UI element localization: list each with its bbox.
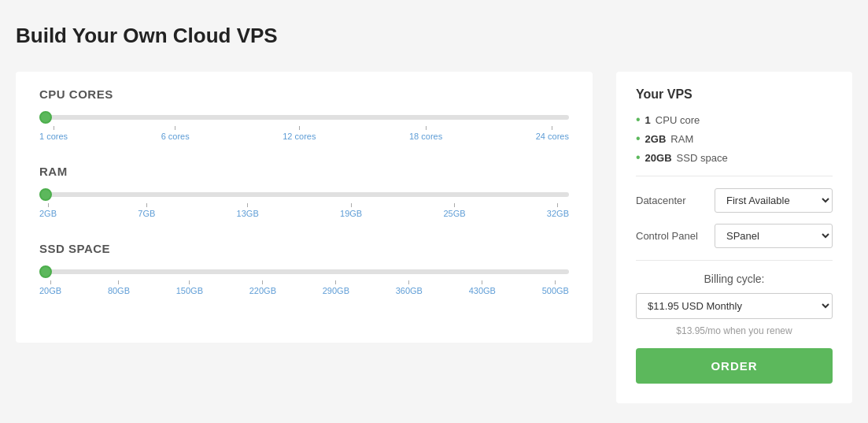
vps-cpu-text: CPU core: [656, 114, 700, 126]
ram-tick-label-5: 25GB: [443, 209, 465, 218]
ssd-tick-label-4: 220GB: [249, 286, 276, 295]
ram-tick-2: 7GB: [138, 203, 155, 218]
ram-tick-4: 19GB: [340, 203, 362, 218]
ssd-tick-1: 20GB: [39, 280, 61, 295]
ram-slider-container: [39, 186, 569, 200]
control-panel-select[interactable]: SPanel cPanel Plesk None: [715, 224, 833, 248]
cpu-tick-3: 12 cores: [283, 126, 316, 141]
tick-mark: [189, 280, 190, 284]
billing-title: Billing cycle:: [636, 273, 833, 285]
vps-ssd-text: SSD space: [677, 152, 728, 164]
cpu-tick-row: 1 cores 6 cores 12 cores 18 cores 24 cor…: [39, 126, 569, 141]
tick-mark: [118, 280, 119, 284]
left-panel: CPU CORES 1 cores 6 cores 12 cores: [16, 72, 593, 343]
tick-mark: [48, 203, 49, 207]
ram-slider[interactable]: [39, 192, 569, 197]
ram-tick-5: 25GB: [443, 203, 465, 218]
tick-mark: [247, 203, 248, 207]
tick-mark: [454, 203, 455, 207]
vps-ram-text: RAM: [670, 133, 693, 145]
ssd-tick-7: 430GB: [469, 280, 496, 295]
right-panel: Your VPS 1 CPU core 2GB RAM 20GB SSD spa…: [616, 72, 852, 403]
vps-spec-ssd: 20GB SSD space: [636, 151, 833, 164]
ram-tick-1: 2GB: [39, 203, 57, 218]
ssd-tick-label-8: 500GB: [542, 286, 569, 295]
ram-tick-row: 2GB 7GB 13GB 19GB 25GB: [39, 203, 569, 218]
ssd-tick-4: 220GB: [249, 280, 276, 295]
tick-mark: [146, 203, 147, 207]
vps-cpu-value: 1: [645, 114, 651, 126]
ram-tick-label-1: 2GB: [39, 209, 57, 218]
ssd-tick-row: 20GB 80GB 150GB 220GB 290GB: [39, 280, 569, 295]
ssd-label: SSD SPACE: [39, 242, 569, 255]
datacenter-row: Datacenter First Available US East US We…: [636, 188, 833, 213]
ram-tick-label-6: 32GB: [547, 209, 569, 218]
control-panel-row: Control Panel SPanel cPanel Plesk None: [636, 224, 833, 248]
cpu-tick-label-1: 1 cores: [39, 132, 68, 141]
ram-tick-label-3: 13GB: [237, 209, 259, 218]
cpu-tick-1: 1 cores: [39, 126, 68, 141]
your-vps-title: Your VPS: [636, 87, 833, 102]
ssd-tick-6: 360GB: [396, 280, 423, 295]
ram-tick-6: 32GB: [547, 203, 569, 218]
billing-select[interactable]: $11.95 USD Monthly $9.95 USD Annually $1…: [636, 293, 833, 319]
tick-mark: [175, 126, 175, 130]
tick-mark: [555, 280, 556, 284]
datacenter-select[interactable]: First Available US East US West Europe A…: [715, 188, 833, 213]
ssd-slider-section: SSD SPACE 20GB 80GB 150GB: [39, 242, 569, 295]
billing-section: Billing cycle: $11.95 USD Monthly $9.95 …: [636, 273, 833, 384]
divider-1: [636, 176, 833, 176]
cpu-tick-label-5: 24 cores: [536, 132, 569, 141]
tick-mark: [351, 203, 352, 207]
ram-tick-label-4: 19GB: [340, 209, 362, 218]
ssd-tick-label-2: 80GB: [108, 286, 130, 295]
cpu-tick-2: 6 cores: [161, 126, 190, 141]
cpu-tick-label-4: 18 cores: [409, 132, 442, 141]
vps-spec-ram: 2GB RAM: [636, 132, 833, 145]
cpu-tick-5: 24 cores: [536, 126, 569, 141]
tick-mark: [262, 280, 263, 284]
ssd-tick-2: 80GB: [108, 280, 130, 295]
ram-label: RAM: [39, 165, 569, 178]
tick-mark: [408, 280, 409, 284]
ram-tick-label-2: 7GB: [138, 209, 155, 218]
tick-mark: [552, 126, 552, 130]
ssd-tick-label-1: 20GB: [39, 286, 61, 295]
tick-mark: [335, 280, 336, 284]
tick-mark: [426, 126, 427, 130]
vps-spec-cpu: 1 CPU core: [636, 113, 833, 126]
control-panel-label: Control Panel: [636, 230, 707, 242]
cpu-tick-label-2: 6 cores: [161, 132, 190, 141]
cpu-slider-container: [39, 109, 569, 123]
cpu-label: CPU CORES: [39, 87, 569, 101]
cpu-slider-section: CPU CORES 1 cores 6 cores 12 cores: [39, 87, 569, 141]
vps-ssd-value: 20GB: [645, 152, 672, 164]
tick-mark: [54, 126, 54, 130]
datacenter-label: Datacenter: [636, 195, 707, 206]
tick-mark: [50, 280, 51, 284]
page-title: Build Your Own Cloud VPS: [16, 24, 852, 48]
tick-mark: [482, 280, 482, 284]
renew-note: $13.95/mo when you renew: [636, 325, 833, 336]
cpu-tick-4: 18 cores: [409, 126, 442, 141]
ram-slider-section: RAM 2GB 7GB 13GB 19GB: [39, 165, 569, 218]
cpu-slider[interactable]: [39, 115, 569, 120]
main-layout: CPU CORES 1 cores 6 cores 12 cores: [16, 72, 852, 403]
vps-ram-value: 2GB: [645, 133, 667, 145]
ssd-tick-label-3: 150GB: [176, 286, 203, 295]
tick-mark: [557, 203, 558, 207]
ssd-slider-container: [39, 263, 569, 277]
order-button[interactable]: ORDER: [636, 348, 833, 384]
ssd-tick-5: 290GB: [323, 280, 349, 295]
ssd-tick-3: 150GB: [176, 280, 203, 295]
divider-2: [636, 260, 833, 261]
cpu-tick-label-3: 12 cores: [283, 132, 316, 141]
ssd-tick-label-7: 430GB: [469, 286, 496, 295]
ssd-tick-label-5: 290GB: [323, 286, 349, 295]
tick-mark: [299, 126, 300, 130]
ram-tick-3: 13GB: [237, 203, 259, 218]
ssd-tick-8: 500GB: [542, 280, 569, 295]
ssd-slider[interactable]: [39, 269, 569, 274]
ssd-tick-label-6: 360GB: [396, 286, 423, 295]
